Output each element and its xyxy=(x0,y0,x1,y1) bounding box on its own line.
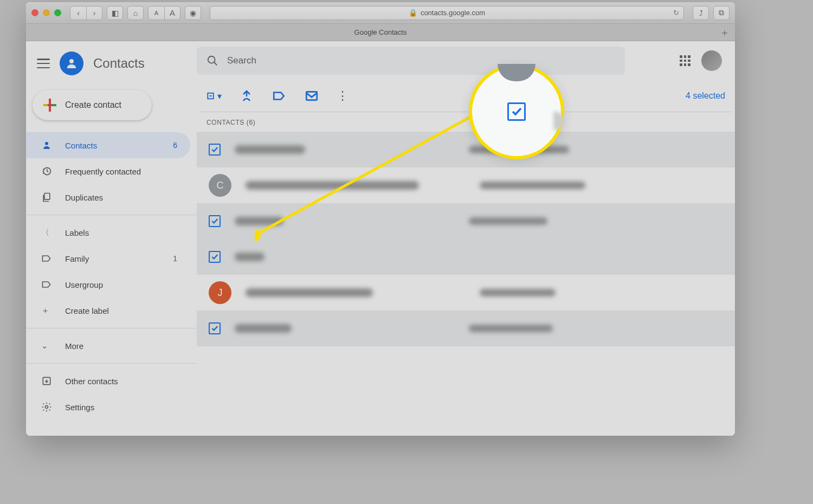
sidebar-create-label[interactable]: ＋ Create label xyxy=(26,298,190,324)
maximize-window[interactable] xyxy=(54,9,61,16)
tab-bar: Google Contacts ＋ xyxy=(26,24,735,41)
sidebar-labels-heading[interactable]: 〈 Labels xyxy=(26,219,190,245)
gear-icon xyxy=(41,402,53,412)
contact-name-blurred xyxy=(235,324,292,333)
selection-toolbar: ▾ ⋮ 4 selected xyxy=(197,80,735,112)
contact-email-blurred xyxy=(469,325,553,332)
sidebar-settings[interactable]: Settings xyxy=(26,394,190,420)
label-icon xyxy=(41,279,53,290)
person-icon xyxy=(41,140,53,151)
sidebar-item-contacts[interactable]: Contacts 6 xyxy=(26,132,190,158)
top-row: Search xyxy=(197,41,735,80)
forward-button[interactable]: › xyxy=(86,6,102,20)
reload-icon[interactable]: ↻ xyxy=(673,9,679,17)
zoom-avatar-fragment xyxy=(498,64,535,81)
label-icon xyxy=(41,253,53,264)
contact-row[interactable] xyxy=(197,239,735,275)
sidebar-label: Usergroup xyxy=(65,280,103,289)
back-button[interactable]: ‹ xyxy=(70,6,86,20)
close-window[interactable] xyxy=(31,9,38,16)
contact-row[interactable]: C xyxy=(197,167,735,203)
app-title: Contacts xyxy=(93,56,145,71)
minimize-window[interactable] xyxy=(43,9,50,16)
zoom-checkbox-icon xyxy=(507,102,526,121)
sidebar-label: Family xyxy=(65,254,89,263)
contact-row[interactable] xyxy=(197,311,735,346)
sidebar-label: Settings xyxy=(65,403,94,412)
divider xyxy=(26,328,197,328)
duplicate-icon xyxy=(41,192,53,203)
svg-point-1 xyxy=(45,142,48,145)
sidebar-label: Duplicates xyxy=(65,193,103,202)
google-apps-icon[interactable] xyxy=(680,55,691,66)
sidebar-item-duplicates[interactable]: Duplicates xyxy=(26,184,190,210)
lock-icon: 🔒 xyxy=(409,9,417,17)
sidebar-label: Create label xyxy=(65,306,109,315)
contacts-logo xyxy=(60,51,83,75)
address-bar[interactable]: 🔒 contacts.google.com ↻ xyxy=(210,6,684,20)
sidebar-count: 1 xyxy=(173,254,177,263)
svg-point-5 xyxy=(46,406,48,409)
text-smaller[interactable]: A xyxy=(148,6,164,20)
contact-name-blurred xyxy=(235,145,305,154)
email-icon[interactable] xyxy=(304,88,319,104)
tab-title[interactable]: Google Contacts xyxy=(354,28,407,36)
app-header: Contacts xyxy=(26,47,197,80)
sidebar-item-frequent[interactable]: Frequently contacted xyxy=(26,158,190,184)
contact-email-blurred xyxy=(480,289,556,296)
text-larger[interactable]: A xyxy=(164,6,180,20)
contact-name-blurred xyxy=(246,288,373,297)
checkbox-checked-icon[interactable] xyxy=(209,144,221,156)
contact-row[interactable] xyxy=(197,132,735,167)
sidebar-more[interactable]: ⌄ More xyxy=(26,333,190,359)
new-tab-button[interactable]: ＋ xyxy=(720,26,730,39)
tabs-button[interactable]: ⧉ xyxy=(713,6,730,20)
share-button[interactable]: ⤴ xyxy=(693,6,709,20)
plus-icon: ＋ xyxy=(41,306,53,316)
contacts-list: CJ xyxy=(197,132,735,346)
sidebar-count: 6 xyxy=(173,141,177,150)
search-placeholder: Search xyxy=(227,55,256,66)
chevron-up-icon: 〈 xyxy=(41,228,53,238)
sidebar-label-family[interactable]: Family 1 xyxy=(26,245,190,272)
history-icon xyxy=(41,166,53,177)
extension-button[interactable]: ◉ xyxy=(185,6,201,20)
more-actions-icon[interactable]: ⋮ xyxy=(337,89,349,103)
sidebar-toggle[interactable]: ◧ xyxy=(107,6,123,20)
divider xyxy=(26,363,197,364)
contact-avatar[interactable]: C xyxy=(209,174,231,197)
window-controls xyxy=(31,9,61,16)
search-icon xyxy=(207,55,218,67)
contacts-heading: CONTACTS (6) xyxy=(197,112,735,132)
sidebar-other-contacts[interactable]: Other contacts xyxy=(26,368,190,394)
contact-avatar[interactable]: J xyxy=(209,281,231,304)
sidebar-label-usergroup[interactable]: Usergroup xyxy=(26,272,190,298)
divider xyxy=(26,215,197,215)
home-button[interactable]: ⌂ xyxy=(127,6,144,20)
url-text: contacts.google.com xyxy=(421,9,485,17)
create-contact-button[interactable]: Create contact xyxy=(33,90,152,120)
contact-name-blurred xyxy=(246,181,419,190)
checkbox-checked-icon[interactable] xyxy=(209,251,221,263)
contact-email-blurred xyxy=(480,182,585,189)
checkbox-checked-icon[interactable] xyxy=(209,322,221,334)
label-action-icon[interactable] xyxy=(272,88,287,104)
text-size-group: A A xyxy=(148,6,180,20)
account-avatar[interactable] xyxy=(701,50,722,71)
sidebar-label: Frequently contacted xyxy=(65,167,141,176)
svg-rect-8 xyxy=(306,92,317,100)
contact-row[interactable] xyxy=(197,203,735,239)
select-dropdown-icon[interactable]: ▾ xyxy=(207,88,222,104)
search-box[interactable]: Search xyxy=(197,47,625,75)
selected-count: 4 selected xyxy=(686,91,725,101)
sidebar-label: Labels xyxy=(65,228,89,237)
zoom-callout xyxy=(469,64,564,159)
merge-icon[interactable] xyxy=(239,88,254,104)
browser-chrome: ‹ › ◧ ⌂ A A ◉ 🔒 contacts.google.com ↻ ⤴ … xyxy=(26,2,735,24)
contact-email-blurred xyxy=(469,217,547,225)
sidebar-label: Other contacts xyxy=(65,377,118,386)
checkbox-checked-icon[interactable] xyxy=(209,215,221,227)
menu-icon[interactable] xyxy=(37,59,50,68)
contact-row[interactable]: J xyxy=(197,275,735,311)
create-contact-label: Create contact xyxy=(65,100,121,110)
